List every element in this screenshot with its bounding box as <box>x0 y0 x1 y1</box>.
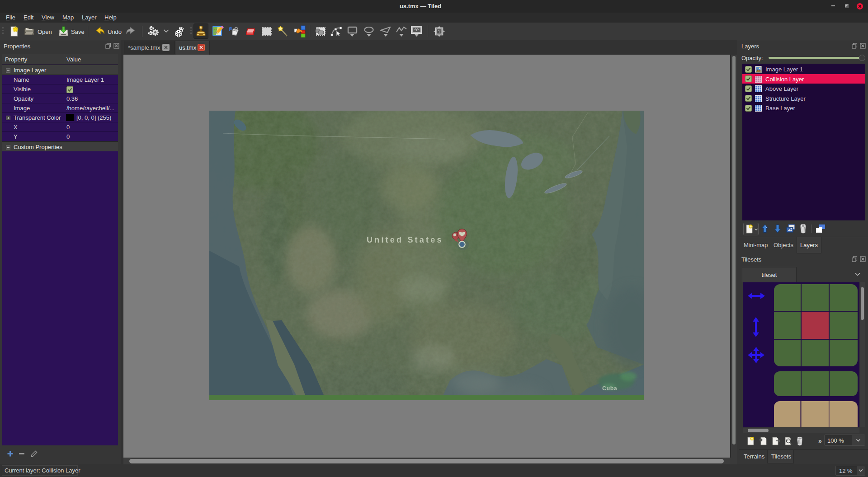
svg-text:United States: United States <box>367 235 443 244</box>
svg-text:Cuba: Cuba <box>602 385 618 392</box>
